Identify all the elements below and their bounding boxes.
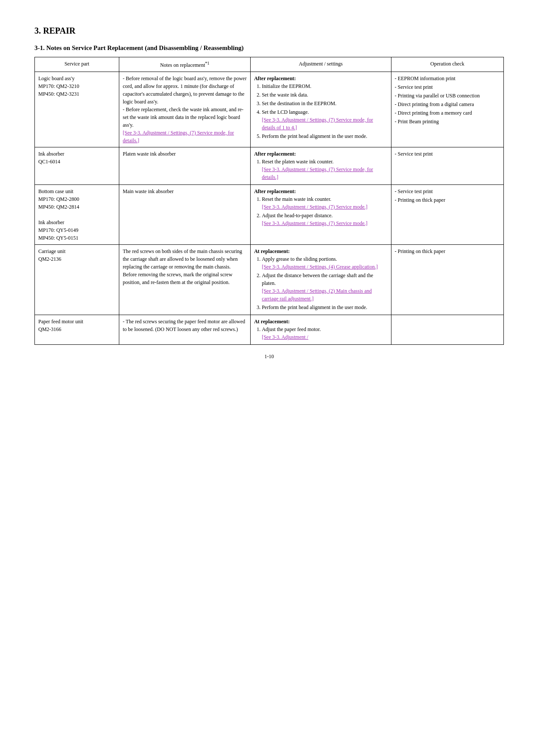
operation-check-cell: EEPROM information print Service test pr… xyxy=(391,72,503,147)
table-row: Paper feed motor unit QM2-3166 - The red… xyxy=(35,315,504,345)
notes-cell: - Before removal of the logic board ass'… xyxy=(119,72,251,147)
operation-check-cell xyxy=(391,315,503,345)
service-part-cell: Carriage unit QM2-2136 xyxy=(35,245,119,315)
service-part-cell: Paper feed motor unit QM2-3166 xyxy=(35,315,119,345)
table-row: Bottom case unit MP170: QM2-2800 MP450: … xyxy=(35,185,504,245)
section-title: 3-1. Notes on Service Part Replacement (… xyxy=(34,44,504,52)
adjustment-cell: At replacement: Apply grease to the slid… xyxy=(250,245,391,315)
adjustment-cell: After replacement: Reset the platen wast… xyxy=(250,147,391,185)
adjustment-cell: After replacement: Reset the main waste … xyxy=(250,185,391,245)
col-header-service-part: Service part xyxy=(35,57,119,72)
notes-cell: The red screws on both sides of the main… xyxy=(119,245,251,315)
service-part-cell: Logic board ass'y MP170: QM2-3210 MP450:… xyxy=(35,72,119,147)
link-service-mode-4[interactable]: [See 3-3. Adjustment / Settings, (7) Ser… xyxy=(262,204,367,210)
notes-cell: Platen waste ink absorber xyxy=(119,147,251,185)
link-service-mode-3[interactable]: [See 3-3. Adjustment / Settings, (7) Ser… xyxy=(262,166,373,180)
link-grease[interactable]: [See 3-3. Adjustment / Settings, (4) Gre… xyxy=(262,264,378,270)
adjustment-cell: At replacement: Adjust the paper feed mo… xyxy=(250,315,391,345)
col-header-operation: Operation check xyxy=(391,57,503,72)
adjustment-cell: After replacement: Initialize the EEPROM… xyxy=(250,72,391,147)
col-header-notes: Notes on replacement*1 xyxy=(119,57,251,72)
operation-check-cell: Service test print xyxy=(391,147,503,185)
col-header-adjustment: Adjustment / settings xyxy=(250,57,391,72)
notes-cell: Main waste ink absorber xyxy=(119,185,251,245)
service-part-cell: Bottom case unit MP170: QM2-2800 MP450: … xyxy=(35,185,119,245)
chapter-title: 3. REPAIR xyxy=(34,26,504,36)
page-footer: 1-10 xyxy=(34,353,504,360)
link-service-mode-1[interactable]: [See 3-3. Adjustment / Settings, (7) Ser… xyxy=(123,130,234,144)
table-row: Carriage unit QM2-2136 The red screws on… xyxy=(35,245,504,315)
table-row: Logic board ass'y MP170: QM2-3210 MP450:… xyxy=(35,72,504,147)
service-table: Service part Notes on replacement*1 Adju… xyxy=(34,57,504,345)
operation-check-cell: Printing on thick paper xyxy=(391,245,503,315)
service-part-cell: Ink absorber QC1-6014 xyxy=(35,147,119,185)
link-chassis[interactable]: [See 3-3. Adjustment / Settings, (2) Mai… xyxy=(262,288,372,302)
operation-check-cell: Service test print Printing on thick pap… xyxy=(391,185,503,245)
link-service-mode-2[interactable]: [See 3-3. Adjustment / Settings, (7) Ser… xyxy=(262,117,373,131)
notes-cell: - The red screws securing the paper feed… xyxy=(119,315,251,345)
table-row: Ink absorber QC1-6014 Platen waste ink a… xyxy=(35,147,504,185)
link-paperfeed[interactable]: [See 3-3. Adjustment / xyxy=(262,334,308,340)
link-service-mode-5[interactable]: [See 3-3. Adjustment / Settings, (7) Ser… xyxy=(262,220,367,226)
